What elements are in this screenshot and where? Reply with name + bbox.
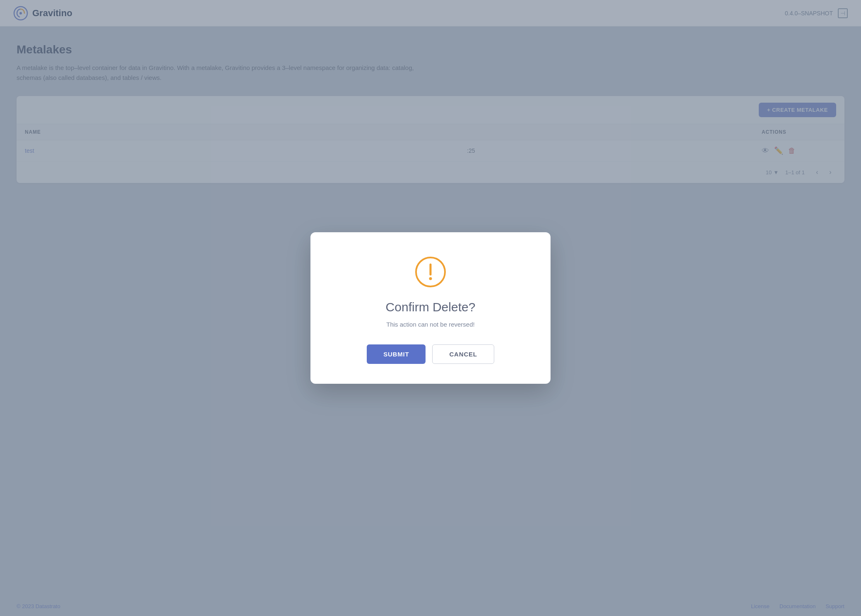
- svg-point-4: [429, 277, 432, 280]
- modal-title: Confirm Delete?: [386, 300, 476, 314]
- modal-message: This action can not be reversed!: [386, 321, 474, 328]
- cancel-button[interactable]: CANCEL: [432, 344, 494, 364]
- warning-icon-container: [414, 255, 447, 289]
- confirm-delete-modal: Confirm Delete? This action can not be r…: [310, 232, 551, 384]
- submit-button[interactable]: SUBMIT: [367, 344, 426, 364]
- modal-actions: SUBMIT CANCEL: [367, 344, 494, 364]
- warning-icon: [414, 255, 447, 289]
- modal-overlay[interactable]: Confirm Delete? This action can not be r…: [0, 0, 861, 616]
